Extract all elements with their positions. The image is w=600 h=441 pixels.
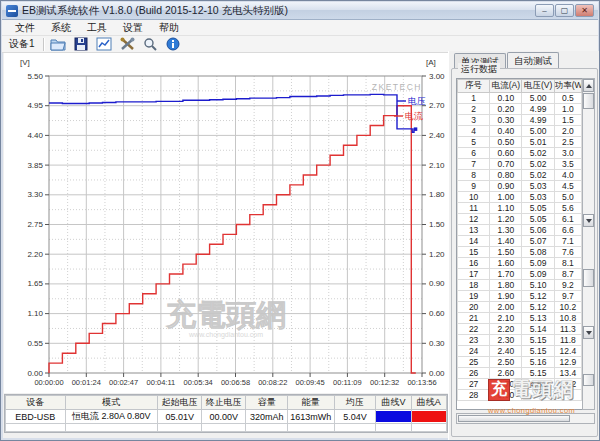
run-table-cell: 5.05 <box>522 203 554 214</box>
summary-cell <box>202 424 246 432</box>
run-table-row[interactable]: 171.705.098.7 <box>458 269 582 280</box>
toolbar-separator <box>43 38 44 51</box>
v-axis-tick: 2.20 <box>27 250 43 259</box>
summary-cell <box>246 424 288 432</box>
summary-col-header: 起始电压 <box>158 396 202 410</box>
info-icon[interactable] <box>165 37 182 52</box>
run-col-header[interactable]: 电压(V) <box>522 80 554 93</box>
summary-col-header: 终止电压 <box>202 396 246 410</box>
summary-cell: 05.01V <box>158 410 202 424</box>
run-table-cell: 11 <box>458 203 490 214</box>
a-axis-tick: 2.40 <box>429 131 445 140</box>
scroll-down-button[interactable] <box>583 214 594 227</box>
save-icon[interactable] <box>73 37 90 52</box>
run-table-cell: 9.7 <box>554 291 581 302</box>
run-table-cell: 8.7 <box>554 269 581 280</box>
run-table-row[interactable]: 60.605.023.0 <box>458 148 582 159</box>
menu-item-0[interactable]: 文件 <box>8 20 42 36</box>
title-bar[interactable]: EB测试系统软件 V1.8.0 (Build 2015-12-10 充电头特别版… <box>2 2 598 20</box>
run-table-cell: 2.50 <box>490 357 522 368</box>
run-table-cell: 8 <box>458 170 490 181</box>
run-table-cell: 1.30 <box>490 225 522 236</box>
scroll-up-button[interactable] <box>583 79 594 92</box>
run-table-row[interactable]: 212.105.1310.8 <box>458 313 582 324</box>
run-table-cell: 0.5 <box>554 93 581 104</box>
run-table-row[interactable]: 111.105.055.6 <box>458 203 582 214</box>
curve-v-swatch[interactable] <box>376 411 410 422</box>
run-table-row[interactable]: 30.304.991.5 <box>458 115 582 126</box>
run-table-row[interactable]: 151.505.087.6 <box>458 247 582 258</box>
run-table-vscrollbar[interactable] <box>582 78 595 410</box>
open-file-icon[interactable] <box>50 37 67 52</box>
scrollbar-thumb[interactable] <box>583 269 594 287</box>
run-table-cell: 27 <box>458 379 490 390</box>
summary-col-header: 曲线V <box>376 396 411 410</box>
run-table-cell: 1.10 <box>490 203 522 214</box>
menu-item-2[interactable]: 工具 <box>80 20 114 36</box>
run-table-cell: 22 <box>458 324 490 335</box>
menu-item-3[interactable]: 设置 <box>116 20 150 36</box>
menu-item-1[interactable]: 系统 <box>44 20 78 36</box>
time-axis-tick: 00:09:45 <box>295 378 324 387</box>
menu-item-4[interactable]: 帮助 <box>152 20 186 36</box>
time-axis-tick: 00:02:47 <box>109 378 138 387</box>
run-table-cell: 16 <box>458 258 490 269</box>
run-table-row[interactable]: 50.505.012.5 <box>458 137 582 148</box>
run-col-header[interactable]: 序号 <box>458 80 490 93</box>
run-table-cell: 5.10 <box>522 280 554 291</box>
run-table-row[interactable]: 131.305.066.6 <box>458 225 582 236</box>
run-table-row[interactable]: 20.204.991.0 <box>458 104 582 115</box>
summary-cell: EBD-USB <box>6 410 66 424</box>
run-table-cell: 28 <box>458 390 490 401</box>
run-table-cell: 6.1 <box>554 214 581 225</box>
time-axis-tick: 00:05:34 <box>184 378 213 387</box>
run-table-cell: 25 <box>458 357 490 368</box>
run-table-row[interactable]: 90.905.034.5 <box>458 181 582 192</box>
run-table-cell: 5.12 <box>522 291 554 302</box>
close-button[interactable]: ✕ <box>575 4 594 17</box>
v-axis-tick: 5.50 <box>27 72 43 81</box>
run-table-row[interactable]: 252.505.1612.9 <box>458 357 582 368</box>
curve-a-swatch[interactable] <box>412 411 446 422</box>
run-table-row[interactable]: 202.005.1210.2 <box>458 302 582 313</box>
run-table-cell: 20 <box>458 302 490 313</box>
run-table-row[interactable]: 181.805.109.2 <box>458 280 582 291</box>
run-table-row[interactable]: 10.105.000.5 <box>458 93 582 104</box>
summary-col-header: 容量 <box>246 396 288 410</box>
tools-icon[interactable] <box>119 37 136 52</box>
maximize-button[interactable]: ▢ <box>555 4 574 17</box>
summary-cell: 恒电流 2.80A 0.80V <box>65 410 158 424</box>
run-table-row[interactable]: 191.905.129.7 <box>458 291 582 302</box>
run-table-cell: 4.0 <box>554 170 581 181</box>
summary-cell <box>411 424 446 432</box>
device-selector[interactable]: 设备1 <box>7 37 37 51</box>
run-table-row[interactable]: 222.205.1411.3 <box>458 324 582 335</box>
run-table-cell: 4.5 <box>554 181 581 192</box>
run-table-row[interactable]: 232.305.1511.8 <box>458 335 582 346</box>
run-table-cell: 1.5 <box>554 115 581 126</box>
run-table-row[interactable]: 101.005.035.0 <box>458 192 582 203</box>
export-curve-icon[interactable] <box>96 37 113 52</box>
run-col-header[interactable]: 功率(W) <box>554 80 581 93</box>
watermark-url: www.chongdiantou.com <box>488 406 598 415</box>
run-table-row[interactable]: 141.405.077.1 <box>458 236 582 247</box>
run-table-row[interactable]: 70.705.023.5 <box>458 159 582 170</box>
scrollbar-thumb[interactable] <box>583 93 594 109</box>
tab-auto-test[interactable]: 自动测试 <box>507 52 559 68</box>
v-axis-tick: 0.55 <box>27 339 43 348</box>
summary-cell <box>6 424 66 432</box>
zoom-icon[interactable] <box>142 37 159 52</box>
run-table-row[interactable]: 40.405.002.0 <box>458 126 582 137</box>
scroll-down-button[interactable] <box>583 326 594 339</box>
run-table-row[interactable]: 161.605.098.1 <box>458 258 582 269</box>
window-title: EB测试系统软件 V1.8.0 (Build 2015-12-10 充电头特别版… <box>22 4 288 18</box>
minimize-button[interactable]: – <box>535 4 554 17</box>
run-table-row[interactable]: 80.805.024.0 <box>458 170 582 181</box>
run-table-row[interactable]: 121.205.056.1 <box>458 214 582 225</box>
summary-row[interactable]: EBD-USB恒电流 2.80A 0.80V05.01V00.00V320mAh… <box>6 410 447 424</box>
run-table-cell: 4 <box>458 126 490 137</box>
chart-panel: 充電頭網www.chongdiantou.com5.504.954.403.85… <box>4 53 448 393</box>
run-table-cell: 2.00 <box>490 302 522 313</box>
run-table-row[interactable]: 242.405.1512.4 <box>458 346 582 357</box>
run-col-header[interactable]: 电流(A) <box>490 80 522 93</box>
